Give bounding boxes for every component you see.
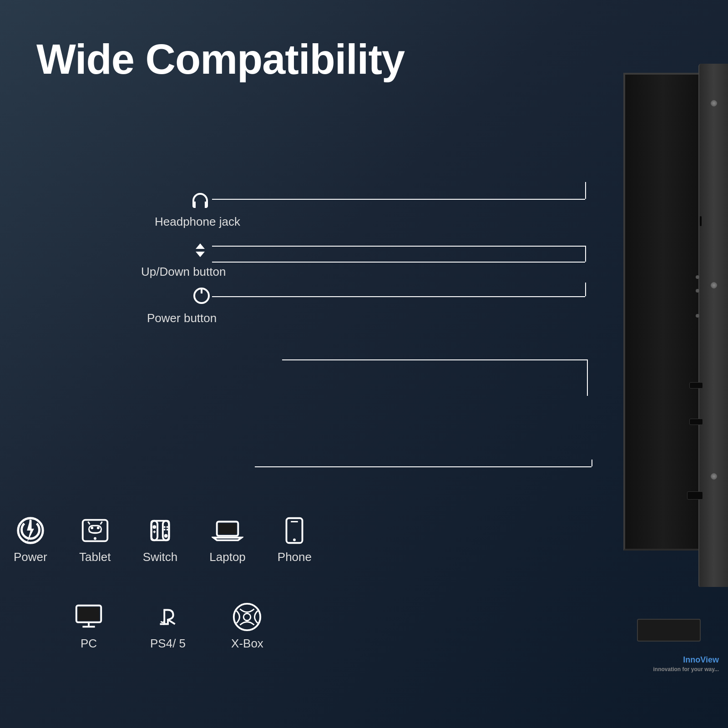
updown-label: Up/Down button bbox=[141, 265, 226, 279]
screw-top bbox=[711, 100, 717, 106]
power-vline bbox=[585, 283, 586, 296]
brand-name: InnoView bbox=[653, 654, 719, 666]
monitor-panel bbox=[623, 73, 701, 551]
ps45-icon bbox=[152, 601, 184, 633]
phone-label: Phone bbox=[278, 550, 312, 564]
svg-rect-25 bbox=[219, 523, 237, 534]
btn-down bbox=[696, 289, 699, 293]
tablet-label: Tablet bbox=[79, 550, 111, 564]
pc-icon bbox=[73, 601, 105, 633]
xbox-vline bbox=[592, 460, 592, 466]
compat-tablet: Tablet bbox=[79, 515, 111, 564]
updown-icon bbox=[189, 239, 212, 262]
switch-icon bbox=[144, 515, 176, 546]
xbox-line bbox=[255, 466, 592, 467]
monitor-stand bbox=[637, 619, 701, 642]
svg-rect-31 bbox=[78, 607, 100, 621]
compat-phone: Phone bbox=[278, 515, 312, 564]
power-btn-icon bbox=[190, 284, 213, 307]
compat-switch: Switch bbox=[143, 515, 178, 564]
svg-rect-12 bbox=[89, 526, 101, 533]
headphone-icon bbox=[189, 190, 212, 213]
svg-point-7 bbox=[94, 537, 96, 540]
headphone-port bbox=[700, 216, 702, 226]
laptop-label: Laptop bbox=[209, 550, 246, 564]
compat-power: Power bbox=[14, 515, 47, 564]
btn-up bbox=[696, 275, 699, 279]
power-icon bbox=[15, 515, 46, 546]
updown-line-bot bbox=[212, 262, 585, 263]
laptop-icon bbox=[212, 515, 243, 546]
svg-point-29 bbox=[293, 539, 296, 541]
tablet-icon bbox=[79, 515, 111, 546]
switch-label: Switch bbox=[143, 550, 178, 564]
power-label: Power bbox=[14, 550, 47, 564]
headphone-line bbox=[212, 199, 585, 200]
updown-vline bbox=[585, 246, 586, 262]
svg-point-9 bbox=[97, 526, 100, 529]
svg-point-16 bbox=[152, 525, 156, 529]
brand-tagline: innovation for your way... bbox=[653, 666, 719, 673]
btn-power bbox=[696, 314, 699, 318]
hdmi-port bbox=[687, 491, 703, 500]
compat-row-2: PC PS4/ 5 X-Box bbox=[73, 601, 263, 651]
svg-point-8 bbox=[91, 526, 93, 529]
svg-rect-19 bbox=[154, 531, 155, 533]
main-container: Wide Compatibility bbox=[0, 0, 728, 728]
svg-point-22 bbox=[164, 529, 166, 531]
svg-point-35 bbox=[244, 613, 251, 621]
power-diagram-label: Power button bbox=[147, 311, 217, 325]
screw-mid bbox=[711, 282, 717, 288]
phone-line bbox=[282, 359, 587, 360]
compat-xbox: X-Box bbox=[231, 601, 263, 651]
headphone-label: Headphone jack bbox=[155, 215, 240, 229]
monitor-device bbox=[569, 36, 728, 701]
svg-marker-1 bbox=[196, 252, 205, 257]
svg-point-34 bbox=[234, 604, 260, 630]
compat-laptop: Laptop bbox=[209, 515, 246, 564]
usbc-port-1 bbox=[689, 382, 703, 389]
screw-bot bbox=[711, 473, 717, 480]
svg-point-17 bbox=[164, 534, 168, 538]
headphone-vline bbox=[585, 182, 586, 199]
power-btn-icon-area bbox=[190, 284, 213, 309]
page-title: Wide Compatibility bbox=[36, 36, 404, 82]
updown-icon-area bbox=[189, 239, 212, 263]
svg-point-23 bbox=[167, 529, 168, 531]
monitor-rail bbox=[698, 64, 728, 587]
usbc-port-2 bbox=[689, 419, 703, 425]
ps45-label: PS4/ 5 bbox=[150, 637, 186, 651]
updown-line-top bbox=[212, 246, 585, 247]
brand-watermark: InnoView innovation for your way... bbox=[653, 654, 719, 673]
phone-icon bbox=[278, 515, 310, 546]
compat-pc: PC bbox=[73, 601, 105, 651]
compat-row-1: Power Tablet bbox=[14, 515, 312, 564]
svg-line-11 bbox=[100, 522, 102, 525]
xbox-icon bbox=[231, 601, 263, 633]
xbox-label: X-Box bbox=[231, 637, 263, 651]
power-line bbox=[212, 296, 585, 297]
compat-ps45: PS4/ 5 bbox=[150, 601, 186, 651]
svg-point-20 bbox=[164, 526, 166, 528]
phone-vline bbox=[587, 359, 588, 396]
svg-line-10 bbox=[88, 522, 90, 525]
svg-marker-0 bbox=[196, 243, 205, 249]
svg-point-21 bbox=[167, 526, 168, 528]
pc-label: PC bbox=[81, 637, 97, 651]
headphone-icon-area bbox=[189, 190, 212, 215]
